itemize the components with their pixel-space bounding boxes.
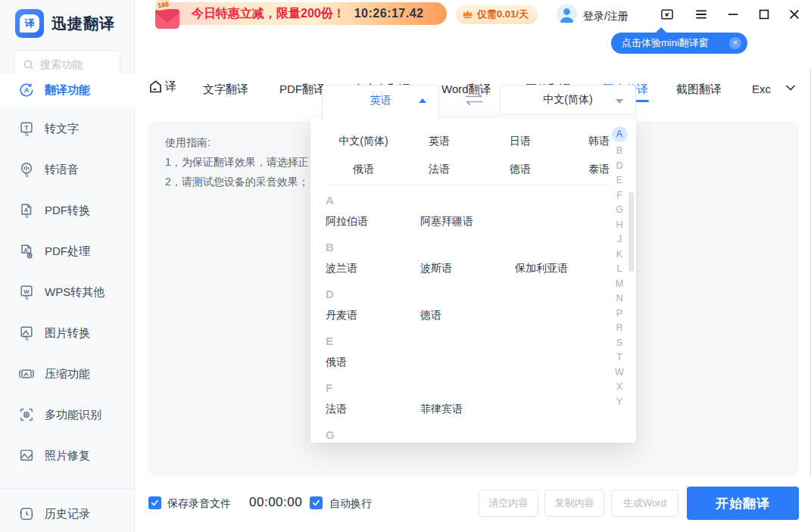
index-letter[interactable]: R bbox=[616, 321, 622, 336]
sidebar-item-photo-repair[interactable]: 照片修复 bbox=[0, 439, 135, 472]
quick-language[interactable]: 英语 bbox=[429, 135, 450, 148]
minimize-button[interactable] bbox=[725, 6, 741, 23]
language-option[interactable]: 阿塞拜疆语 bbox=[420, 215, 473, 229]
index-letter[interactable]: K bbox=[616, 247, 622, 263]
sidebar-item-label: 照片修复 bbox=[45, 449, 90, 463]
source-language-value: 英语 bbox=[370, 94, 391, 107]
sidebar-item-to-text[interactable]: T⇅ 转文字 bbox=[0, 112, 135, 145]
search-input[interactable] bbox=[40, 58, 112, 70]
index-letter[interactable]: T bbox=[616, 350, 622, 366]
copy-content-button[interactable]: 复制内容 bbox=[544, 490, 604, 517]
language-option[interactable]: 俄语 bbox=[326, 356, 347, 369]
svg-text:A: A bbox=[23, 247, 28, 254]
quick-language[interactable]: 中文(简体) bbox=[338, 135, 388, 148]
tab-excel-translate[interactable]: Exc bbox=[752, 82, 771, 95]
auto-wrap-checkbox[interactable] bbox=[310, 496, 323, 509]
quick-language[interactable]: 法语 bbox=[429, 163, 450, 176]
menu-button[interactable] bbox=[693, 6, 710, 23]
close-button[interactable] bbox=[786, 6, 803, 23]
price-badge[interactable]: 仅需0.01/天 bbox=[456, 5, 538, 24]
avatar[interactable] bbox=[557, 4, 577, 24]
footer-bar: 保存录音文件 00:00:00 自动换行 清空内容 复制内容 生成Word 开始… bbox=[135, 477, 811, 532]
index-letter[interactable]: M bbox=[616, 277, 623, 292]
sidebar-item-compress[interactable]: 压缩功能 bbox=[0, 357, 135, 390]
app-window: 译 迅捷翻译 A 翻译功能 T⇅ 转文字 ⇅ 转语音 A⇅ PDF转换 A PD… bbox=[0, 0, 811, 532]
section-letter: G bbox=[326, 428, 607, 446]
language-option[interactable]: 保加利亚语 bbox=[515, 262, 568, 275]
sidebar-item-pdf-process[interactable]: A PDF处理 bbox=[0, 235, 135, 268]
language-option[interactable]: 阿拉伯语 bbox=[326, 215, 368, 229]
language-option[interactable]: 德语 bbox=[420, 309, 441, 322]
start-translate-button[interactable]: 开始翻译 bbox=[687, 487, 799, 520]
language-section-E: E 俄语 bbox=[326, 334, 607, 353]
quick-language[interactable]: 日语 bbox=[510, 135, 531, 148]
generate-word-button[interactable]: 生成Word bbox=[611, 490, 678, 517]
index-letter[interactable]: E bbox=[616, 173, 622, 188]
sidebar-item-translate[interactable]: A 翻译功能 bbox=[0, 73, 135, 107]
tooltip-close-icon[interactable]: × bbox=[729, 37, 741, 49]
tab-home[interactable]: 译 bbox=[148, 79, 176, 95]
target-language-select[interactable]: 中文(简体) bbox=[500, 85, 636, 115]
index-letter[interactable]: L bbox=[617, 262, 622, 277]
language-option[interactable]: 法语 bbox=[326, 403, 347, 416]
index-letter[interactable]: H bbox=[616, 218, 622, 233]
history-icon bbox=[18, 506, 35, 522]
sidebar-item-pdf-convert[interactable]: A⇅ PDF转换 bbox=[0, 194, 135, 227]
app-title: 迅捷翻译 bbox=[51, 14, 115, 34]
sidebar-item-label: 压缩功能 bbox=[45, 367, 90, 381]
sidebar-item-to-audio[interactable]: ⇅ 转语音 bbox=[0, 153, 135, 186]
language-option[interactable]: 波兰语 bbox=[326, 262, 357, 275]
sidebar-item-recognize[interactable]: 多功能识别 bbox=[0, 398, 135, 431]
sidebar-divider bbox=[0, 488, 135, 489]
quick-language[interactable]: 泰语 bbox=[588, 163, 610, 176]
quick-language[interactable]: 俄语 bbox=[353, 163, 374, 176]
index-letter[interactable]: Y bbox=[616, 395, 622, 410]
maximize-button[interactable] bbox=[756, 6, 772, 23]
index-letter[interactable]: G bbox=[616, 203, 623, 218]
target-language-value: 中文(简体) bbox=[543, 93, 592, 107]
source-language-select[interactable]: 英语 bbox=[322, 85, 439, 119]
svg-text:⇅: ⇅ bbox=[24, 131, 29, 137]
dropdown-scrollbar-thumb[interactable] bbox=[629, 192, 634, 272]
sidebar-item-image-convert[interactable]: ⇅ 图片转换 bbox=[0, 316, 135, 350]
tab-screenshot-translate[interactable]: 截图翻译 bbox=[676, 82, 722, 97]
save-recording-checkbox[interactable] bbox=[148, 496, 161, 509]
clear-content-button[interactable]: 清空内容 bbox=[479, 490, 538, 517]
swap-languages-button[interactable] bbox=[463, 92, 485, 110]
language-option[interactable]: 丹麦语 bbox=[326, 309, 357, 322]
hamburger-icon bbox=[694, 7, 709, 22]
sidebar-item-label: 翻译功能 bbox=[45, 83, 90, 98]
mini-window-button[interactable] bbox=[659, 6, 675, 23]
sidebar-item-label: PDF处理 bbox=[45, 244, 90, 259]
minimize-icon bbox=[725, 7, 741, 22]
tab-text-translate[interactable]: 文字翻译 bbox=[203, 82, 248, 97]
sidebar-item-history[interactable]: 历史记录 bbox=[0, 497, 135, 530]
index-letter[interactable]: W bbox=[615, 366, 624, 381]
titlebar: 100 今日特惠立减，限量200份！ 10:26:17.42 仅需0.01/天 … bbox=[135, 0, 811, 35]
chevron-up-icon bbox=[419, 98, 426, 103]
index-letter[interactable]: F bbox=[616, 188, 622, 204]
tab-pdf-translate[interactable]: PDF翻译 bbox=[279, 82, 325, 97]
to-text-icon: T⇅ bbox=[18, 120, 35, 137]
quick-language[interactable]: 韩语 bbox=[588, 135, 610, 148]
login-register-link[interactable]: 登录/注册 bbox=[583, 10, 629, 23]
promo-banner[interactable]: 100 今日特惠立减，限量200份！ 10:26:17.42 bbox=[155, 2, 447, 25]
index-letter[interactable]: X bbox=[616, 380, 622, 395]
index-letter[interactable]: P bbox=[616, 306, 622, 322]
language-option[interactable]: 波斯语 bbox=[420, 262, 452, 275]
index-letter[interactable]: B bbox=[616, 144, 622, 159]
section-letter: E bbox=[326, 334, 607, 353]
index-letter[interactable]: J bbox=[617, 232, 622, 247]
price-badge-label: 仅需0.01/天 bbox=[477, 8, 529, 21]
tabs-expand-button[interactable] bbox=[783, 80, 798, 98]
sidebar-item-wps-convert[interactable]: W⇅ WPS转其他 bbox=[0, 275, 135, 309]
guide-title: 使用指南: bbox=[165, 132, 211, 152]
language-option[interactable]: 菲律宾语 bbox=[420, 403, 463, 416]
index-letter[interactable]: A bbox=[612, 126, 628, 142]
chevron-down-icon bbox=[616, 99, 623, 104]
index-letter[interactable]: S bbox=[616, 336, 622, 351]
index-letter[interactable]: N bbox=[616, 291, 622, 306]
quick-language[interactable]: 德语 bbox=[510, 163, 531, 176]
sidebar-item-label: 历史记录 bbox=[45, 507, 90, 521]
index-letter[interactable]: D bbox=[616, 159, 622, 174]
